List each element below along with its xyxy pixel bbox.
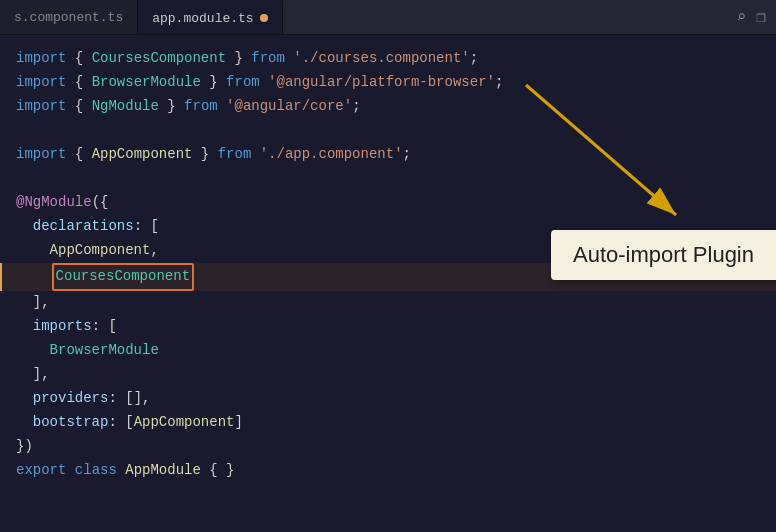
code-line-3: import { NgModule } from '@angular/core'… (0, 95, 776, 119)
code-line-15: providers : [], (0, 387, 776, 411)
code-line-13: BrowserModule (0, 339, 776, 363)
code-line-12: imports : [ (0, 315, 776, 339)
code-line-18: export class AppModule { } (0, 459, 776, 483)
code-line-6 (0, 167, 776, 191)
code-line-7: @NgModule ({ (0, 191, 776, 215)
editor-container: s.component.ts app.module.ts ⌕ ❐ import … (0, 0, 776, 532)
code-line-16: bootstrap : [ AppComponent ] (0, 411, 776, 435)
code-line-11: ], (0, 291, 776, 315)
search-icon[interactable]: ⌕ (737, 7, 747, 27)
keyword-import: import (16, 47, 66, 71)
tab-bar: s.component.ts app.module.ts ⌕ ❐ (0, 0, 776, 35)
code-line-14: ], (0, 363, 776, 387)
courses-component-highlighted: CoursesComponent (52, 263, 194, 291)
split-editor-icon[interactable]: ❐ (756, 7, 766, 27)
code-line-17: }) (0, 435, 776, 459)
code-line-4 (0, 119, 776, 143)
code-line-5: import { AppComponent } from './app.comp… (0, 143, 776, 167)
code-line-1: import { CoursesComponent } from './cour… (0, 47, 776, 71)
tab-appmodule[interactable]: app.module.ts (138, 0, 282, 34)
tab-right-icons: ⌕ ❐ (737, 7, 776, 27)
tab-courses-label: s.component.ts (14, 10, 123, 25)
modified-dot (260, 14, 268, 22)
code-area: import { CoursesComponent } from './cour… (0, 35, 776, 532)
tab-courses[interactable]: s.component.ts (0, 0, 138, 34)
auto-import-tooltip: Auto-import Plugin (551, 230, 776, 280)
tooltip-text: Auto-import Plugin (573, 242, 754, 267)
tab-appmodule-label: app.module.ts (152, 11, 253, 26)
code-line-2: import { BrowserModule } from '@angular/… (0, 71, 776, 95)
